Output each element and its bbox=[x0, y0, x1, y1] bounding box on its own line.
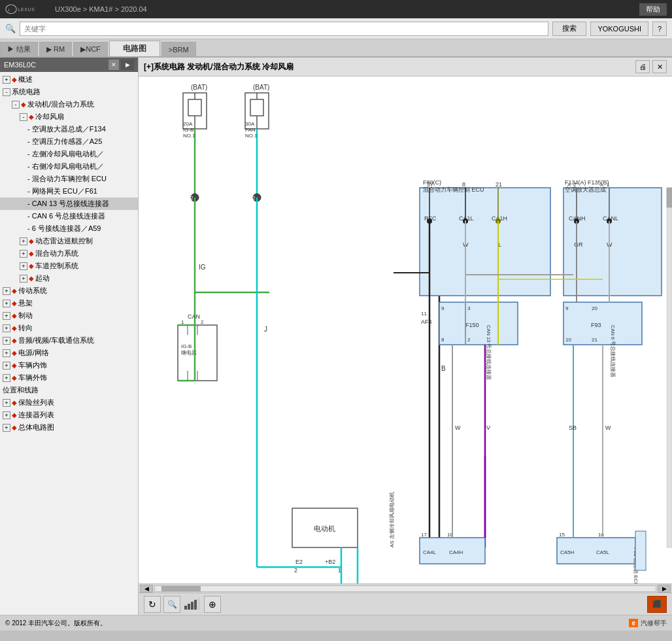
sidebar-item-gaishu[interactable]: + ◆ 概述 bbox=[0, 73, 138, 86]
sidebar-item-weizhi[interactable]: 位置和线路 bbox=[0, 384, 138, 396]
diamond-icon-13: ◆ bbox=[12, 349, 17, 356]
sidebar-item-wangluo[interactable]: - 网络网关 ECU／F61 bbox=[0, 185, 138, 198]
content-header: [+]系统电路 发动机/混合动力系统 冷却风扇 🖨 ✕ bbox=[139, 58, 672, 77]
plus-icon-15: + bbox=[3, 411, 10, 419]
diamond-icon-10: ◆ bbox=[12, 312, 17, 319]
svg-text:FAN: FAN bbox=[245, 127, 256, 133]
svg-rect-7 bbox=[188, 99, 201, 116]
svg-text:L: L bbox=[8, 8, 10, 12]
svg-text:20A: 20A bbox=[183, 121, 193, 127]
print-button[interactable]: 🖨 bbox=[635, 60, 650, 73]
sidebar-item-cheliangwaishi[interactable]: + ◆ 车辆外饰 bbox=[0, 372, 138, 384]
close-content-button[interactable]: ✕ bbox=[652, 60, 667, 73]
svg-text:15: 15 bbox=[559, 532, 565, 538]
svg-text:17: 17 bbox=[421, 532, 427, 538]
folder-icon: - bbox=[20, 113, 27, 121]
export-button[interactable]: ⬛ bbox=[647, 596, 667, 613]
svg-text:E2: E2 bbox=[295, 559, 303, 565]
question-button[interactable]: ? bbox=[652, 22, 667, 36]
svg-text:W: W bbox=[455, 424, 461, 431]
sidebar-title: EM36L0C bbox=[4, 61, 36, 69]
sidebar-item-kongtiao2[interactable]: - 空调压力传感器／A25 bbox=[0, 135, 138, 148]
svg-text:CA4H: CA4H bbox=[449, 549, 463, 555]
search-input[interactable] bbox=[20, 22, 548, 36]
minus-icon-2: - bbox=[12, 101, 20, 109]
sidebar-close-button[interactable]: ✕ bbox=[109, 60, 119, 70]
sidebar-item-dongtai[interactable]: + ◆ 动态雷达巡航控制 bbox=[0, 235, 138, 247]
diamond-icon-12: ◆ bbox=[12, 337, 17, 344]
sidebar-item-hunhe-ecu[interactable]: - 混合动力车辆控制 ECU bbox=[0, 173, 138, 185]
sidebar-item-cheliangneishi[interactable]: + ◆ 车辆内饰 bbox=[0, 359, 138, 372]
sidebar-item-dianyuan[interactable]: + ◆ 电源/网络 bbox=[0, 347, 138, 359]
diamond-icon-17: ◆ bbox=[12, 411, 17, 419]
sidebar-item-zongtidianlu[interactable]: + ◆ 总体电路图 bbox=[0, 421, 138, 434]
yokogushi-button[interactable]: YOKOGUSHI bbox=[590, 22, 648, 36]
diamond-icon: ◆ bbox=[12, 76, 17, 83]
svg-text:IG-B: IG-B bbox=[183, 127, 193, 133]
sidebar-item-yinpin[interactable]: + ◆ 音频/视频/车载通信系统 bbox=[0, 334, 138, 347]
sidebar-item-lianjie[interactable]: + ◆ 连接器列表 bbox=[0, 409, 138, 421]
svg-point-0 bbox=[6, 5, 17, 14]
diamond-icon-18: ◆ bbox=[12, 424, 17, 431]
sidebar-item-lenque[interactable]: - ◆ 冷却风扇 bbox=[0, 111, 138, 123]
tab-rm[interactable]: ▶ RM bbox=[39, 42, 72, 56]
svg-text:NO.1: NO.1 bbox=[183, 133, 195, 139]
svg-text:V: V bbox=[486, 424, 490, 431]
svg-text:CA5H: CA5H bbox=[560, 549, 575, 555]
sidebar-item-xitong[interactable]: - 系统电路 bbox=[0, 86, 138, 98]
tab-results[interactable]: ▶ 结果 bbox=[0, 42, 38, 56]
plus-icon-2: + bbox=[20, 237, 27, 245]
tab-bar: ▶ 结果 ▶ RM ▶NCF 电路图 >BRM bbox=[0, 39, 672, 58]
sidebar-item-yoice[interactable]: - 右侧冷却风扇电动机／ bbox=[0, 160, 138, 173]
sidebar-item-6hao[interactable]: - 6 号接线连接器／A59 bbox=[0, 222, 138, 235]
sidebar-item-can6[interactable]: - CAN 6 号总接线连接器 bbox=[0, 210, 138, 222]
sidebar-item-zhidong[interactable]: + ◆ 制动 bbox=[0, 309, 138, 322]
svg-text:9: 9 bbox=[565, 305, 569, 311]
sidebar-item-chudao[interactable]: + ◆ 车道控制系统 bbox=[0, 260, 138, 272]
circuit-diagram[interactable]: (BAT) (BAT) 20A IG-B NO.1 30A bbox=[139, 77, 672, 583]
sidebar-item-qidong[interactable]: + ◆ 起动 bbox=[0, 272, 138, 285]
diamond-icon-5: ◆ bbox=[29, 250, 34, 257]
search-bar: 🔍 搜索 YOKOGUSHI ? bbox=[0, 18, 672, 39]
svg-text:GR: GR bbox=[574, 241, 583, 248]
tab-brm[interactable]: >BRM bbox=[161, 42, 196, 56]
diagram-title: [+]系统电路 发动机/混合动力系统 冷却风扇 bbox=[144, 61, 294, 73]
diamond-icon-7: ◆ bbox=[29, 275, 34, 282]
diamond-icon-11: ◆ bbox=[12, 324, 17, 332]
svg-text:2: 2 bbox=[467, 337, 471, 343]
refresh-button[interactable]: ↻ bbox=[144, 596, 161, 613]
svg-rect-110 bbox=[563, 302, 642, 345]
search-button[interactable]: 搜索 bbox=[552, 22, 586, 36]
sidebar-item-kongtiao1[interactable]: - 空调放大器总成／F134 bbox=[0, 123, 138, 135]
diamond-icon-6: ◆ bbox=[29, 262, 34, 269]
svg-text:21: 21 bbox=[496, 181, 502, 188]
tab-ncf[interactable]: ▶NCF bbox=[73, 42, 108, 56]
bottom-toolbar: ↻ 🔍 ⊕ ⬛ bbox=[139, 593, 672, 615]
help-button[interactable]: 帮助 bbox=[639, 3, 667, 16]
svg-text:NO.1: NO.1 bbox=[245, 133, 258, 139]
plus-icon-10: + bbox=[3, 337, 10, 345]
sidebar-item-zuoce[interactable]: - 左侧冷却风扇电动机／ bbox=[0, 148, 138, 160]
plus-icon-9: + bbox=[3, 324, 10, 332]
svg-text:30A: 30A bbox=[245, 121, 255, 127]
zoom-in-button[interactable]: ⊕ bbox=[204, 596, 221, 613]
sidebar-item-hunhe2[interactable]: + ◆ 混合动力系统 bbox=[0, 247, 138, 260]
diamond-icon-14: ◆ bbox=[12, 362, 17, 369]
plus-icon-6: + bbox=[3, 287, 10, 295]
svg-rect-131 bbox=[635, 531, 646, 570]
horizontal-scrollbar[interactable]: ◀ ▶ bbox=[139, 583, 672, 593]
sidebar-item-baohu[interactable]: + ◆ 保险丝列表 bbox=[0, 396, 138, 409]
svg-text:CA5L: CA5L bbox=[596, 549, 610, 555]
zoom-out-button[interactable]: 🔍 bbox=[163, 596, 180, 613]
copyright-text: © 2012 丰田汽车公司。版权所有。 bbox=[5, 619, 107, 628]
tab-circuit[interactable]: 电路图 bbox=[109, 41, 160, 56]
sidebar-header: EM36L0C ✕ ▶ bbox=[0, 58, 138, 72]
sidebar-expand-button[interactable]: ▶ bbox=[121, 60, 134, 70]
svg-text:1: 1 bbox=[607, 182, 610, 188]
diamond-icon-16: ◆ bbox=[12, 399, 17, 406]
sidebar-item-chuandong[interactable]: + ◆ 传动系统 bbox=[0, 285, 138, 297]
sidebar-item-fadongji[interactable]: - ◆ 发动机/混合动力系统 bbox=[0, 98, 138, 111]
sidebar-item-chejia[interactable]: + ◆ 悬架 bbox=[0, 297, 138, 309]
sidebar-item-can13[interactable]: - CAN 13 号总接线连接器 bbox=[0, 198, 138, 210]
sidebar-item-zhuanxiang[interactable]: + ◆ 转向 bbox=[0, 322, 138, 334]
